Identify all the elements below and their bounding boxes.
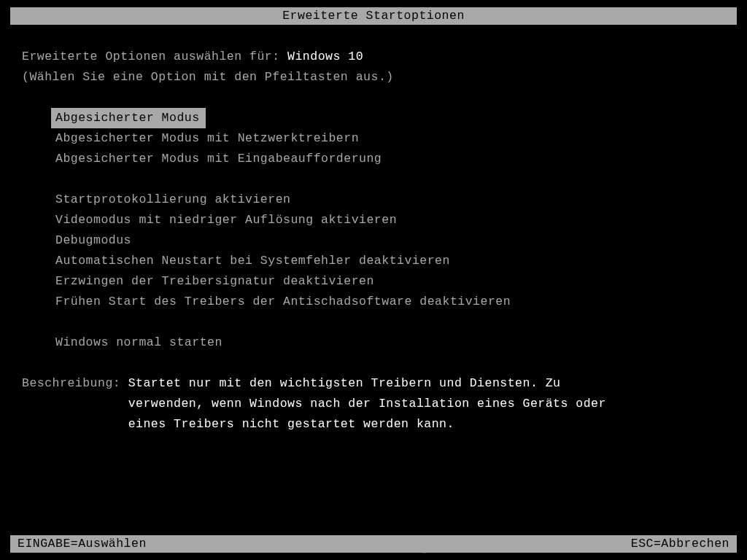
footer-bar: EINGABE=Auswählen ESC=Abbrechen (10, 535, 737, 553)
subtitle: Erweiterte Optionen auswählen für: Windo… (22, 47, 725, 67)
main-content: Erweiterte Optionen auswählen für: Windo… (0, 25, 747, 435)
description-block: Beschreibung: Startet nur mit den wichti… (22, 373, 725, 435)
option-safe-mode[interactable]: Abgesicherter Modus (51, 108, 206, 128)
option-safe-mode-cmd[interactable]: Abgesicherter Modus mit Eingabeaufforder… (51, 149, 386, 169)
option-boot-logging[interactable]: Startprotokollierung aktivieren (51, 190, 295, 210)
option-disable-antimalware[interactable]: Frühen Start des Treibers der Antischads… (51, 292, 515, 312)
page-title: Erweiterte Startoptionen (282, 9, 465, 23)
description-label: Beschreibung: (22, 373, 128, 435)
subtitle-prefix: Erweiterte Optionen auswählen für: (22, 50, 287, 63)
option-disable-auto-restart[interactable]: Automatischen Neustart bei Systemfehler … (51, 251, 454, 271)
option-start-normally[interactable]: Windows normal starten (51, 332, 227, 353)
os-name: Windows 10 (287, 50, 363, 63)
boot-options-list: Abgesicherter Modus Abgesicherter Modus … (51, 108, 725, 353)
option-low-res-video[interactable]: Videomodus mit niedriger Auflösung aktiv… (51, 210, 401, 230)
option-disable-driver-sig[interactable]: Erzwingen der Treibersignatur deaktivier… (51, 271, 379, 292)
option-debug-mode[interactable]: Debugmodus (51, 230, 136, 251)
description-text: Startet nur mit den wichtigsten Treibern… (128, 373, 606, 435)
group-spacer (51, 169, 725, 190)
title-bar: Erweiterte Startoptionen (10, 7, 737, 25)
esc-hint: ESC=Abbrechen (631, 535, 729, 553)
group-spacer (51, 312, 725, 332)
option-safe-mode-networking[interactable]: Abgesicherter Modus mit Netzwerktreibern (51, 128, 363, 149)
enter-hint: EINGABE=Auswählen (18, 535, 147, 553)
instruction-text: (Wählen Sie eine Option mit den Pfeiltas… (22, 67, 725, 88)
